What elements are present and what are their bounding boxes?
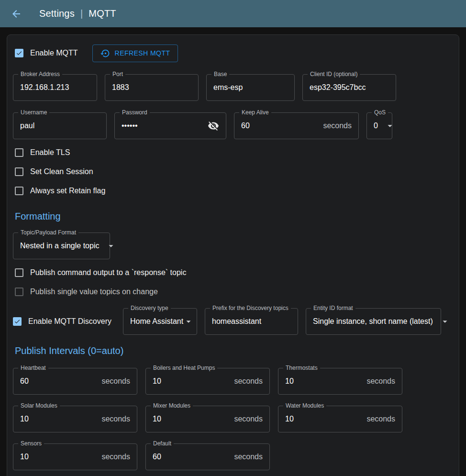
clean-session-checkbox[interactable]: Set Clean Session (15, 162, 453, 181)
enable-mqtt-checkbox[interactable]: Enable MQTT (15, 49, 78, 57)
solar-label: Solar Modules (18, 402, 60, 409)
default-unit: seconds (234, 453, 263, 461)
publish-single-value-label: Publish single value topics on change (30, 288, 158, 296)
boilers-interval-field[interactable]: Boilers and Heat Pumps 10 seconds (145, 368, 270, 395)
enable-discovery-label: Enable MQTT Discovery (28, 317, 111, 326)
heartbeat-interval-field[interactable]: Heartbeat 60 seconds (13, 368, 137, 395)
password-field[interactable]: Password •••••• (114, 112, 226, 139)
broker-address-field[interactable]: Broker Address 192.168.1.213 (13, 74, 97, 101)
username-label: Username (18, 109, 49, 116)
retain-flag-label: Always set Retain flag (30, 187, 105, 195)
water-unit: seconds (366, 415, 395, 423)
dropdown-arrow-icon (440, 316, 450, 327)
publish-intervals-heading: Publish Intervals (0=auto) (15, 345, 453, 356)
username-value: paul (20, 122, 34, 130)
page-title: Settings | MQTT (39, 8, 116, 19)
water-interval-field[interactable]: Water Modules 10 seconds (278, 406, 402, 432)
base-label: Base (211, 71, 229, 77)
sensors-interval-field[interactable]: Sensors 10 seconds (13, 443, 137, 470)
checkbox-checked-icon (13, 317, 22, 326)
keep-alive-field[interactable]: Keep Alive 60 seconds (234, 112, 359, 139)
broker-fields-row: Broker Address 192.168.1.213 Port 1883 B… (13, 74, 453, 101)
sensors-unit: seconds (101, 453, 130, 461)
topic-payload-format-select[interactable]: Topic/Payload Format Nested in a single … (13, 232, 110, 259)
publish-single-value-checkbox[interactable]: Publish single value topics on change (15, 282, 453, 301)
checkbox-unchecked-icon (15, 148, 23, 157)
port-label: Port (110, 71, 125, 77)
topic-payload-format-value: Nested in a single topic (20, 242, 99, 250)
boilers-unit: seconds (234, 377, 263, 386)
username-field[interactable]: Username paul (13, 112, 107, 139)
base-value: ems-esp (213, 83, 243, 92)
thermostats-unit: seconds (366, 377, 395, 386)
mixer-value: 10 (153, 415, 161, 423)
boilers-label: Boilers and Heat Pumps (151, 365, 217, 371)
refresh-mqtt-button[interactable]: REFRESH MQTT (92, 44, 178, 62)
port-value: 1883 (112, 83, 129, 92)
heartbeat-unit: seconds (101, 377, 130, 386)
credentials-fields-row: Username paul Password •••••• Keep Alive… (13, 112, 453, 139)
sensors-label: Sensors (18, 440, 44, 447)
broker-address-label: Broker Address (18, 71, 62, 77)
discovery-type-label: Discovery type (128, 305, 171, 311)
password-value: •••••• (122, 122, 138, 130)
keep-alive-unit: seconds (323, 122, 352, 130)
topic-payload-format-label: Topic/Payload Format (18, 229, 78, 236)
formatting-heading: Formatting (15, 211, 453, 222)
broker-address-value: 192.168.1.213 (20, 83, 69, 92)
options-checkbox-list: Enable TLS Set Clean Session Always set … (13, 143, 453, 200)
qos-select[interactable]: QoS 0 (366, 112, 392, 139)
publish-intervals-grid: Heartbeat 60 seconds Boilers and Heat Pu… (13, 368, 453, 470)
keep-alive-value: 60 (241, 122, 250, 130)
checkbox-unchecked-disabled-icon (15, 288, 23, 296)
base-field[interactable]: Base ems-esp (206, 74, 295, 101)
dropdown-arrow-icon (106, 241, 116, 251)
checkbox-unchecked-icon (15, 268, 23, 277)
solar-interval-field[interactable]: Solar Modules 10 seconds (13, 406, 137, 432)
default-value: 60 (153, 453, 161, 461)
mixer-interval-field[interactable]: Mixer Modules 10 seconds (145, 406, 270, 432)
checkbox-unchecked-icon (15, 167, 23, 176)
water-value: 10 (285, 415, 294, 423)
mixer-label: Mixer Modules (151, 402, 193, 409)
publish-response-checkbox[interactable]: Publish command output to a `response` t… (15, 263, 453, 282)
water-label: Water Modules (283, 402, 326, 409)
solar-value: 10 (20, 415, 29, 423)
topic-format-row: Topic/Payload Format Nested in a single … (13, 232, 453, 259)
dropdown-arrow-icon (385, 121, 395, 131)
discovery-row: Enable MQTT Discovery Discovery type Hom… (13, 308, 453, 335)
thermostats-value: 10 (285, 377, 294, 386)
password-label: Password (120, 109, 150, 116)
header-settings-label: Settings (39, 8, 75, 19)
default-label: Default (151, 440, 174, 447)
entity-id-format-value: Single instance, short name (latest) (313, 317, 433, 326)
entity-id-format-label: Entity ID format (311, 305, 355, 311)
heartbeat-label: Heartbeat (18, 365, 48, 371)
qos-label: QoS (372, 109, 388, 116)
thermostats-interval-field[interactable]: Thermostats 10 seconds (278, 368, 402, 395)
default-interval-field[interactable]: Default 60 seconds (145, 443, 270, 470)
publish-checkbox-list: Publish command output to a `response` t… (13, 263, 453, 301)
sensors-value: 10 (20, 453, 29, 461)
discovery-type-select[interactable]: Discovery type Home Assistant (123, 308, 197, 335)
clean-session-label: Set Clean Session (30, 167, 93, 176)
app-header: Settings | MQTT (0, 0, 466, 27)
thermostats-label: Thermostats (283, 365, 320, 371)
header-divider: | (80, 8, 83, 19)
entity-id-format-select[interactable]: Entity ID format Single instance, short … (306, 308, 441, 335)
back-arrow-icon[interactable] (11, 8, 22, 20)
enable-tls-checkbox[interactable]: Enable TLS (15, 143, 453, 162)
header-page-label: MQTT (89, 8, 116, 19)
client-id-value: esp32-395c7bcc (310, 83, 366, 92)
checkbox-checked-icon (15, 49, 23, 57)
discovery-prefix-field[interactable]: Prefix for the Discovery topics homeassi… (205, 308, 298, 335)
enable-mqtt-label: Enable MQTT (30, 49, 78, 57)
enable-discovery-checkbox[interactable]: Enable MQTT Discovery (13, 317, 115, 326)
client-id-field[interactable]: Client ID (optional) esp32-395c7bcc (302, 74, 396, 101)
visibility-off-icon[interactable] (208, 120, 219, 132)
mqtt-settings-card: Enable MQTT REFRESH MQTT Broker Address … (7, 34, 459, 476)
port-field[interactable]: Port 1883 (105, 74, 199, 101)
heartbeat-value: 60 (20, 377, 29, 386)
discovery-type-value: Home Assistant (130, 317, 183, 326)
retain-flag-checkbox[interactable]: Always set Retain flag (15, 181, 453, 200)
